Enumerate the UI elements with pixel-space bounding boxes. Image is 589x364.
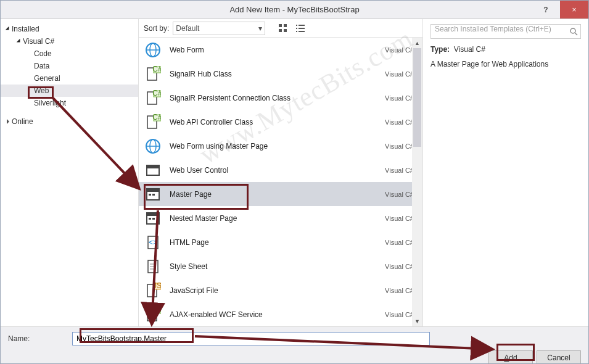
cancel-button[interactable]: Cancel — [537, 350, 581, 364]
template-row[interactable]: <>HTML PageVisual C# — [139, 230, 422, 254]
template-list: Web FormVisual C#C#SignalR Hub ClassVisu… — [139, 38, 422, 326]
list-toolbar: Sort by: Default ▾ — [139, 19, 422, 38]
category-tree: Installed Visual C# Code Data General We… — [1, 19, 139, 326]
tree-node-general[interactable]: General — [1, 72, 138, 85]
template-label: SignalR Persistent Connection Class — [170, 94, 377, 102]
svg-rect-7 — [299, 28, 305, 29]
csfile-icon: C# — [144, 89, 162, 107]
scroll-up-arrow-icon[interactable]: ▲ — [412, 38, 422, 48]
csfile-icon: C# — [144, 65, 162, 83]
template-label: Web Form using Master Page — [170, 142, 377, 151]
svg-text:C#: C# — [152, 307, 161, 314]
template-row[interactable]: C#SignalR Hub ClassVisual C# — [139, 62, 422, 86]
csfile-icon: C# — [144, 113, 162, 131]
sortby-label: Sort by: — [144, 24, 169, 33]
svg-text:C#: C# — [152, 114, 161, 122]
svg-rect-32 — [147, 213, 159, 216]
button-row: Add Cancel — [8, 350, 581, 364]
svg-rect-33 — [149, 218, 151, 220]
template-row[interactable]: JSJavaScript FileVisual C# — [139, 278, 422, 302]
template-row[interactable]: Nested Master PageVisual C# — [139, 206, 422, 230]
template-row[interactable]: Web User ControlVisual C# — [139, 158, 422, 182]
tree-node-code[interactable]: Code — [1, 48, 138, 60]
template-label: Style Sheet — [170, 262, 377, 271]
template-label: Nested Master Page — [170, 214, 377, 223]
svg-point-47 — [570, 28, 575, 33]
type-label: Type: — [430, 45, 450, 54]
csfile-icon: C# — [144, 305, 162, 324]
type-line: Type: Visual C# — [430, 45, 581, 54]
tree-node-data[interactable]: Data — [1, 60, 138, 72]
tree-node-visual-cs[interactable]: Visual C# — [1, 35, 138, 48]
search-icon — [569, 27, 578, 38]
template-row[interactable]: C#Web API Controller ClassVisual C# — [139, 110, 422, 134]
svg-rect-4 — [296, 25, 297, 26]
add-button-rest: dd — [509, 354, 517, 362]
view-details-button[interactable] — [294, 22, 307, 35]
svg-rect-29 — [149, 194, 151, 196]
scrollbar-vertical[interactable]: ▲ ▼ — [412, 38, 422, 326]
control-icon — [144, 161, 162, 180]
template-row[interactable]: C#SignalR Persistent Connection ClassVis… — [139, 86, 422, 110]
add-button[interactable]: Add — [488, 350, 533, 364]
svg-text:<>: <> — [149, 238, 157, 247]
svg-rect-1 — [284, 24, 287, 27]
tree-node-installed[interactable]: Installed — [1, 23, 138, 35]
template-label: JavaScript File — [170, 286, 377, 295]
svg-rect-30 — [152, 194, 155, 196]
template-label: Web User Control — [170, 166, 377, 175]
master-icon — [144, 209, 162, 228]
tree-label: Online — [12, 117, 33, 126]
svg-line-48 — [575, 33, 577, 35]
tree-label: Visual C# — [23, 37, 54, 46]
chevron-down-icon — [17, 39, 22, 44]
tree-label: Installed — [12, 25, 39, 33]
template-label: AJAX-enabled WCF Service — [170, 310, 377, 319]
name-input[interactable] — [72, 332, 430, 345]
search-placeholder: Search Installed Templates (Ctrl+E) — [435, 25, 551, 33]
name-label: Name: — [8, 334, 64, 343]
svg-rect-28 — [147, 189, 159, 192]
details-pane: Search Installed Templates (Ctrl+E) Type… — [423, 19, 588, 326]
window-title: Add New Item - MyTecBitsBootStrap — [1, 5, 588, 14]
type-value: Visual C# — [454, 45, 485, 54]
tree-node-silverlight[interactable]: Silverlight — [1, 97, 138, 109]
svg-rect-26 — [147, 165, 159, 168]
template-row[interactable]: Master PageVisual C# — [139, 182, 422, 206]
svg-rect-5 — [299, 25, 305, 26]
close-button[interactable]: × — [560, 1, 588, 19]
help-button[interactable]: ? — [532, 1, 560, 19]
master-icon — [144, 185, 162, 204]
tree-node-web[interactable]: Web — [1, 85, 138, 97]
bottom-bar: Name: Add Cancel — [1, 326, 588, 363]
tree-node-online[interactable]: Online — [1, 115, 138, 128]
titlebar: Add New Item - MyTecBitsBootStrap ? × — [1, 1, 588, 19]
template-label: HTML Page — [170, 238, 377, 247]
template-row[interactable]: Style SheetVisual C# — [139, 254, 422, 278]
svg-text:C#: C# — [152, 90, 161, 97]
template-row[interactable]: Web Form using Master PageVisual C# — [139, 134, 422, 158]
html-icon: <> — [144, 233, 162, 252]
svg-text:JS: JS — [153, 283, 161, 290]
jsfile-icon: JS — [144, 281, 162, 300]
chevron-down-icon — [6, 27, 10, 31]
window-controls: ? × — [532, 1, 588, 19]
svg-rect-0 — [279, 24, 282, 27]
sortby-dropdown[interactable]: Default ▾ — [173, 22, 265, 35]
doc-icon — [144, 257, 162, 276]
svg-rect-34 — [152, 218, 155, 220]
view-medium-icons-button[interactable] — [276, 22, 290, 35]
svg-rect-9 — [299, 31, 305, 32]
sortby-value: Default — [176, 24, 199, 33]
template-row[interactable]: Web FormVisual C# — [139, 38, 422, 62]
search-input[interactable]: Search Installed Templates (Ctrl+E) — [430, 24, 581, 39]
name-row: Name: — [8, 332, 581, 345]
scroll-down-arrow-icon[interactable]: ▼ — [412, 316, 422, 326]
scrollbar-thumb[interactable] — [413, 48, 421, 147]
svg-rect-3 — [284, 29, 287, 32]
template-row[interactable]: C#AJAX-enabled WCF ServiceVisual C# — [139, 302, 422, 326]
svg-rect-6 — [296, 28, 297, 29]
chevron-down-icon: ▾ — [258, 24, 262, 33]
template-label: Master Page — [170, 190, 377, 199]
svg-text:C#: C# — [152, 66, 161, 73]
